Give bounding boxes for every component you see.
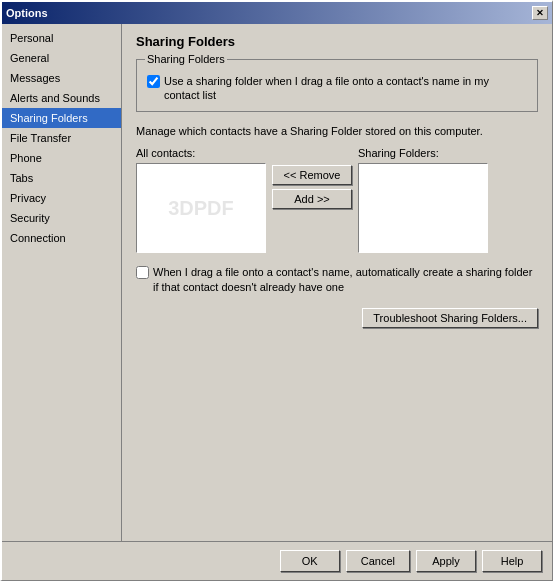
sharing-folders-listbox[interactable] <box>358 163 488 253</box>
troubleshoot-row: Troubleshoot Sharing Folders... <box>136 308 538 328</box>
sidebar-item-security[interactable]: Security <box>2 208 121 228</box>
titlebar: Options ✕ <box>2 2 552 24</box>
manage-text: Manage which contacts have a Sharing Fol… <box>136 124 538 139</box>
cancel-button[interactable]: Cancel <box>346 550 410 572</box>
watermark: 3DPDF <box>168 196 234 219</box>
sidebar-item-general[interactable]: General <box>2 48 121 68</box>
use-sharing-folder-label: Use a sharing folder when I drag a file … <box>164 74 527 103</box>
sidebar: Personal General Messages Alerts and Sou… <box>2 24 122 541</box>
auto-create-checkbox-row: When I drag a file onto a contact's name… <box>136 265 538 296</box>
all-contacts-label: All contacts: <box>136 147 266 159</box>
sharing-folders-groupbox: Sharing Folders Use a sharing folder whe… <box>136 59 538 112</box>
all-contacts-listbox[interactable]: 3DPDF <box>136 163 266 253</box>
sidebar-item-personal[interactable]: Personal <box>2 28 121 48</box>
auto-create-checkbox-area: When I drag a file onto a contact's name… <box>136 265 538 296</box>
sidebar-item-phone[interactable]: Phone <box>2 148 121 168</box>
groupbox-label: Sharing Folders <box>145 53 227 65</box>
window-body: Personal General Messages Alerts and Sou… <box>2 24 552 541</box>
sidebar-item-file-transfer[interactable]: File Transfer <box>2 128 121 148</box>
auto-create-folder-label: When I drag a file onto a contact's name… <box>153 265 538 296</box>
ok-button[interactable]: OK <box>280 550 340 572</box>
sharing-folders-column: Sharing Folders: <box>358 147 488 253</box>
auto-create-folder-checkbox[interactable] <box>136 266 149 279</box>
contacts-area: All contacts: 3DPDF << Remove Add >> Sha… <box>136 147 538 253</box>
checkbox1-row: Use a sharing folder when I drag a file … <box>147 68 527 103</box>
sidebar-item-privacy[interactable]: Privacy <box>2 188 121 208</box>
window-title: Options <box>6 7 48 19</box>
sidebar-item-messages[interactable]: Messages <box>2 68 121 88</box>
add-button[interactable]: Add >> <box>272 189 352 209</box>
remove-button[interactable]: << Remove <box>272 165 352 185</box>
help-button[interactable]: Help <box>482 550 542 572</box>
all-contacts-column: All contacts: 3DPDF <box>136 147 266 253</box>
manage-section: Manage which contacts have a Sharing Fol… <box>136 124 538 328</box>
sidebar-item-tabs[interactable]: Tabs <box>2 168 121 188</box>
use-sharing-folder-checkbox[interactable] <box>147 75 160 88</box>
options-window: Options ✕ Personal General Messages Aler… <box>0 0 553 581</box>
transfer-buttons: << Remove Add >> <box>272 147 352 209</box>
page-title: Sharing Folders <box>136 34 538 49</box>
sidebar-item-alerts-sounds[interactable]: Alerts and Sounds <box>2 88 121 108</box>
sidebar-item-sharing-folders[interactable]: Sharing Folders <box>2 108 121 128</box>
sidebar-item-connection[interactable]: Connection <box>2 228 121 248</box>
close-button[interactable]: ✕ <box>532 6 548 20</box>
window-footer: OK Cancel Apply Help <box>2 541 552 580</box>
sharing-folders-label: Sharing Folders: <box>358 147 488 159</box>
apply-button[interactable]: Apply <box>416 550 476 572</box>
troubleshoot-button[interactable]: Troubleshoot Sharing Folders... <box>362 308 538 328</box>
content-area: Sharing Folders Sharing Folders Use a sh… <box>122 24 552 541</box>
